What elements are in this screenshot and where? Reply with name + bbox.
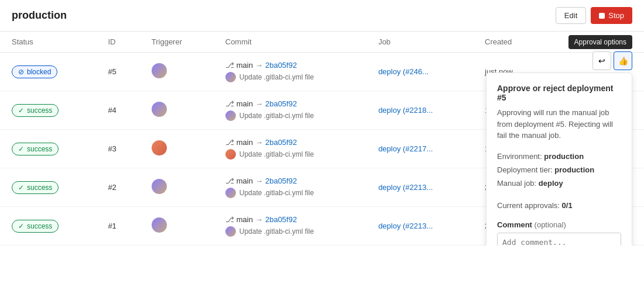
id-cell: #1	[96, 207, 139, 245]
approvals-value: 0/1	[562, 201, 573, 210]
commit-hash-link[interactable]: 2ba05f92	[265, 177, 297, 185]
branch-name: main	[237, 99, 253, 108]
approval-info: Environment: production Deployment tier:…	[497, 150, 621, 191]
id-cell: #2	[96, 168, 139, 207]
avatar	[152, 63, 167, 78]
status-icon: ✓	[18, 184, 24, 192]
job-cell: deploy (#2217...	[366, 130, 473, 168]
commit-avatar	[225, 72, 236, 82]
col-job: Job	[366, 32, 473, 53]
job-link[interactable]: deploy (#246...	[378, 67, 429, 76]
status-badge: ✓ success	[12, 181, 59, 194]
avatar	[152, 217, 167, 233]
status-cell: ✓ success	[0, 207, 96, 245]
approvals-label: Current approvals:	[497, 201, 560, 210]
col-id: ID	[96, 32, 139, 53]
comment-optional: (optional)	[535, 220, 566, 229]
status-cell: ✓ success	[0, 91, 96, 130]
job-cell: deploy (#2213...	[366, 207, 473, 245]
job-cell: deploy (#2218...	[366, 91, 473, 130]
status-badge: ✓ success	[12, 104, 59, 117]
commit-avatar	[225, 226, 236, 237]
commit-avatar	[225, 149, 236, 160]
status-badge: ✓ success	[12, 143, 59, 155]
env-value: production	[544, 152, 584, 161]
job-link[interactable]: deploy (#2218...	[378, 106, 433, 115]
commit-hash-link[interactable]: 2ba05f92	[265, 215, 297, 224]
commit-message: Update .gitlab-ci.yml file	[239, 150, 314, 158]
branch-name: main	[237, 177, 253, 185]
header-actions: Edit Stop	[556, 7, 632, 24]
branch-name: main	[237, 61, 253, 70]
approval-actions-row: ↩ 👍	[592, 51, 632, 70]
triggerer-cell	[140, 207, 214, 245]
commit-message: Update .gitlab-ci.yml file	[239, 73, 314, 81]
branch-name: main	[237, 138, 253, 147]
triggerer-cell	[140, 91, 214, 130]
commit-avatar	[225, 188, 236, 198]
job-link[interactable]: deploy (#2213...	[378, 222, 433, 230]
job-cell: deploy (#2213...	[366, 168, 473, 207]
comment-textarea[interactable]	[497, 233, 621, 245]
triggerer-cell	[140, 53, 214, 91]
arrow-icon: →	[255, 215, 263, 224]
comment-label: Comment (optional)	[497, 220, 621, 229]
page-title: production	[12, 9, 67, 22]
status-icon: ⊘	[18, 68, 24, 76]
approve-options-button[interactable]: 👍	[614, 51, 632, 70]
approval-panel: Approve or reject deployment #5 Approvin…	[486, 72, 632, 245]
status-cell: ✓ success	[0, 168, 96, 207]
approval-panel-desc: Approving will run the manual job from d…	[497, 107, 621, 141]
commit-avatar	[225, 110, 236, 121]
avatar	[152, 140, 167, 155]
status-badge: ⊘ blocked	[12, 65, 57, 78]
status-icon: ✓	[18, 106, 24, 115]
job-link[interactable]: deploy (#2213...	[378, 183, 433, 192]
col-commit: Commit	[214, 32, 366, 53]
avatar	[152, 102, 167, 117]
status-icon: ✓	[18, 222, 24, 230]
commit-cell: ⎇ main → 2ba05f92 Update .gitlab-ci.yml …	[214, 53, 366, 91]
status-badge: ✓ success	[12, 220, 59, 233]
arrow-icon: →	[255, 138, 263, 147]
commit-hash-link[interactable]: 2ba05f92	[265, 138, 297, 147]
commit-message: Update .gitlab-ci.yml file	[239, 227, 314, 236]
id-cell: #4	[96, 91, 139, 130]
approval-panel-wrapper: Approval options ↩ 👍 Approve or reject d…	[486, 32, 644, 245]
stop-button[interactable]: Stop	[591, 7, 632, 24]
deployments-table-container: Status ID Triggerer Commit Job Created D…	[0, 32, 644, 245]
arrow-icon: →	[255, 177, 263, 185]
branch-icon: ⎇	[225, 61, 234, 70]
tier-label: Deployment tier:	[497, 165, 553, 174]
rollback-button[interactable]: ↩	[592, 51, 611, 70]
approval-panel-title: Approve or reject deployment #5	[497, 84, 621, 102]
commit-hash-link[interactable]: 2ba05f92	[265, 61, 297, 70]
current-approvals-info: Current approvals: 0/1	[497, 199, 621, 212]
triggerer-cell	[140, 130, 214, 168]
job-link[interactable]: deploy (#2217...	[378, 144, 433, 153]
commit-hash-link[interactable]: 2ba05f92	[265, 99, 297, 108]
stop-icon	[599, 13, 605, 19]
col-status: Status	[0, 32, 96, 53]
edit-button[interactable]: Edit	[556, 7, 586, 24]
branch-icon: ⎇	[225, 99, 234, 108]
branch-name: main	[237, 215, 253, 224]
approval-tooltip: Approval options	[568, 35, 632, 49]
arrow-icon: →	[255, 61, 263, 70]
triggerer-cell	[140, 168, 214, 207]
status-icon: ✓	[18, 145, 24, 153]
branch-icon: ⎇	[225, 177, 234, 185]
job-cell: deploy (#246...	[366, 53, 473, 91]
commit-message: Update .gitlab-ci.yml file	[239, 189, 314, 197]
avatar	[152, 179, 167, 194]
arrow-icon: →	[255, 99, 263, 108]
commit-cell: ⎇ main → 2ba05f92 Update .gitlab-ci.yml …	[214, 168, 366, 207]
commit-cell: ⎇ main → 2ba05f92 Update .gitlab-ci.yml …	[214, 91, 366, 130]
branch-icon: ⎇	[225, 138, 234, 147]
commit-cell: ⎇ main → 2ba05f92 Update .gitlab-ci.yml …	[214, 207, 366, 245]
mj-label: Manual job:	[497, 179, 536, 188]
commit-message: Update .gitlab-ci.yml file	[239, 112, 314, 120]
commit-cell: ⎇ main → 2ba05f92 Update .gitlab-ci.yml …	[214, 130, 366, 168]
status-cell: ✓ success	[0, 130, 96, 168]
branch-icon: ⎇	[225, 215, 234, 224]
